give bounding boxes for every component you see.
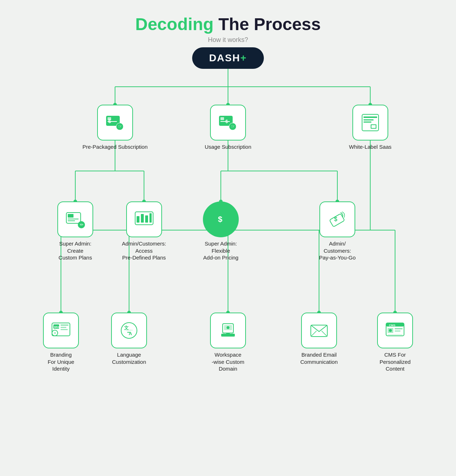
dash-logo: DASH+ [192,47,264,69]
svg-rect-69 [61,327,66,328]
svg-text:$: $ [225,119,228,124]
usage-node: $ ☞ Usage Subscription [205,105,251,151]
svg-text:✦: ✦ [54,332,56,335]
svg-rect-39 [220,117,224,120]
svg-text:文: 文 [124,325,129,330]
svg-text:$: $ [334,216,337,222]
cms-card: CMS [377,313,413,348]
discount-icon: $ [327,209,348,230]
payment-icon: $ ☞ [105,112,125,133]
svg-rect-45 [364,116,377,118]
brand-icon: BRAND ✦ [51,320,71,341]
svg-rect-60 [149,213,152,223]
svg-rect-89 [395,328,403,329]
pre-packaged-node: $ ☞ Pre-Packaged Subscription [82,105,148,151]
svg-rect-59 [145,215,148,223]
language-label: LanguageCustomization [112,351,146,365]
page: Decoding The Process How it works? DASH+… [0,0,456,476]
svg-text:CMS: CMS [389,324,395,327]
workspace-node: Workspace-wise CustomDomain [210,313,246,372]
svg-rect-80 [226,333,230,334]
workspace-label: Workspace-wise CustomDomain [212,351,244,372]
svg-line-82 [311,331,317,337]
svg-text:$: $ [218,215,222,224]
workspace-icon [218,320,238,341]
svg-rect-91 [388,334,403,335]
pre-packaged-icon-card: $ ☞ [97,105,133,141]
svg-line-83 [322,331,327,337]
svg-rect-70 [61,329,68,330]
diagram: DASH+ $ ☞ Pre-Packaged Subscript [36,47,420,442]
svg-rect-57 [137,216,139,223]
page-subtitle: How it works? [7,36,449,44]
svg-rect-68 [61,324,68,326]
admin-predefined-label: Admin/Customers:AccessPre-Defined Plans [122,240,166,261]
svg-rect-90 [395,330,400,332]
admin-paygo-card: $ [319,201,355,237]
branded-email-label: Branded EmailCommunication [300,351,338,365]
super-admin-flexible-card: $ [203,201,239,237]
svg-rect-49 [371,125,376,128]
branding-label: BrandingFor UniqueIdentity [48,351,74,372]
saas-icon [360,112,381,133]
svg-rect-34 [108,117,111,120]
workspace-card [210,313,246,348]
admin-paygo-label: Admin/Customers:Pay-as-You-Go [319,240,356,261]
svg-rect-46 [364,119,374,120]
svg-point-78 [227,326,229,329]
cms-node: CMS CMS ForPersonalizedContent [377,313,413,372]
branding-card: BRAND ✦ [43,313,79,348]
svg-text:A: A [129,331,132,336]
title-section: Decoding The Process How it works? [7,14,449,44]
dash-logo-text: DASH+ [209,52,247,64]
language-icon: 文 A [119,320,139,341]
branding-node: BRAND ✦ BrandingFor UniqueIdentity [43,313,79,372]
usage-icon: $ ☞ [218,112,238,133]
branded-email-node: Branded EmailCommunication [300,313,338,365]
dashboard-icon [134,209,155,230]
pre-packaged-label: Pre-Packaged Subscription [82,143,148,151]
dash-logo-node: DASH+ [192,47,264,69]
language-node: 文 A LanguageCustomization [111,313,147,365]
svg-point-88 [389,329,392,332]
page-title: Decoding The Process [7,14,449,34]
super-admin-custom-card: ✏ [57,201,93,237]
admin-paygo-node: $ Admin/Customers:Pay-as-You-Go [319,201,356,261]
super-admin-custom-label: Super Admin:CreateCustom Plans [58,240,92,261]
svg-rect-51 [68,214,73,218]
email-icon [309,320,329,341]
dollar-circle-icon: $ [210,209,231,230]
svg-rect-47 [364,122,371,123]
super-admin-flexible-label: Super Admin:FlexibleAdd-on Pricing [203,240,238,261]
usage-icon-card: $ ☞ [210,105,246,141]
custom-plans-icon: ✏ [65,209,86,230]
cms-icon: CMS [385,320,405,341]
white-label-node: White-Label Saas [349,105,391,151]
svg-text:☞: ☞ [231,124,235,129]
admin-predefined-node: Admin/Customers:AccessPre-Defined Plans [122,201,166,261]
admin-predefined-card [126,201,162,237]
svg-rect-58 [141,214,144,223]
super-admin-custom-node: ✏ Super Admin:CreateCustom Plans [57,201,93,261]
svg-text:☞: ☞ [118,124,122,129]
super-admin-flexible-node: $ Super Admin:FlexibleAdd-on Pricing [203,201,239,261]
white-label-icon-card [352,105,388,141]
cms-label: CMS ForPersonalizedContent [380,351,411,372]
svg-text:✏: ✏ [80,222,84,227]
branded-email-card [301,313,337,348]
white-label-label: White-Label Saas [349,143,391,151]
language-card: 文 A [111,313,147,348]
usage-label: Usage Subscription [205,143,251,151]
